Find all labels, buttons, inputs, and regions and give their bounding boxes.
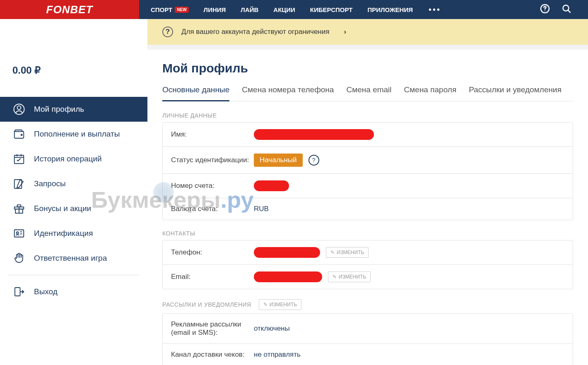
svg-line-3 xyxy=(568,10,570,12)
sidebar-item-payments[interactable]: Пополнение и выплаты xyxy=(0,122,147,146)
section-personal-label: ЛИЧНЫЕ ДАННЫЕ xyxy=(162,112,573,119)
field-receipts: Канал доставки чеков: не отправлять xyxy=(163,344,573,365)
tab-notifications[interactable]: Рассылки и уведомления xyxy=(469,85,561,101)
field-label: Статус идентификации: xyxy=(171,156,254,164)
edit-label: ИЗМЕНИТЬ xyxy=(339,274,366,280)
svg-point-5 xyxy=(17,106,21,110)
nav-sport[interactable]: СПОРТ NEW xyxy=(143,6,196,13)
svg-point-1 xyxy=(545,10,545,11)
field-label: Рекламные рассылки (email и SMS): xyxy=(171,320,254,337)
field-value: не отправлять xyxy=(254,351,301,359)
help-icon[interactable]: ? xyxy=(308,155,319,166)
chevron-right-icon: › xyxy=(344,28,346,36)
header: FONBET СПОРТ NEW ЛИНИЯ ЛАЙВ АКЦИИ КИБЕРС… xyxy=(0,0,588,19)
edit-email-button[interactable]: ✎ ИЗМЕНИТЬ xyxy=(328,271,371,282)
sidebar-item-label: Бонусы и акции xyxy=(34,204,91,213)
top-nav: СПОРТ NEW ЛИНИЯ ЛАЙВ АКЦИИ КИБЕРСПОРТ ПР… xyxy=(139,0,588,19)
field-name: Имя: xyxy=(163,122,573,147)
sidebar-item-label: Идентификация xyxy=(34,229,93,238)
tab-basic[interactable]: Основные данные xyxy=(162,85,229,101)
edit-phone-button[interactable]: ✎ ИЗМЕНИТЬ xyxy=(326,247,369,258)
badge-new: NEW xyxy=(175,7,188,13)
balance: 0.00 ₽ xyxy=(0,65,147,97)
sidebar-item-history[interactable]: История операций xyxy=(0,146,147,171)
sidebar-item-label: Пополнение и выплаты xyxy=(34,130,120,139)
field-label: Номер счета: xyxy=(171,182,254,190)
svg-point-6 xyxy=(21,134,22,135)
redacted-value xyxy=(254,271,322,282)
nav-esports[interactable]: КИБЕРСПОРТ xyxy=(303,6,360,13)
wallet-icon xyxy=(12,127,26,141)
page-title: Мой профиль xyxy=(162,61,573,75)
field-promo: Рекламные рассылки (email и SMS): отключ… xyxy=(163,314,573,344)
svg-rect-15 xyxy=(14,230,24,237)
alert-help-icon: ? xyxy=(162,26,173,37)
field-label: Валюта счета: xyxy=(171,205,254,213)
gift-icon xyxy=(12,202,26,215)
redacted-value xyxy=(254,129,374,140)
sidebar-item-bonuses[interactable]: Бонусы и акции xyxy=(0,196,147,221)
section-contacts-label: КОНТАКТЫ xyxy=(162,230,573,237)
hand-icon xyxy=(12,252,26,265)
field-phone: Телефон: ✎ ИЗМЕНИТЬ xyxy=(163,240,573,265)
redacted-value xyxy=(254,180,289,191)
sidebar-item-label: История операций xyxy=(34,154,102,163)
logo[interactable]: FONBET xyxy=(0,0,139,19)
field-label: Канал доставки чеков: xyxy=(171,351,254,359)
sidebar-item-label: Мой профиль xyxy=(34,105,84,114)
calendar-icon xyxy=(12,152,26,166)
field-email: Email: ✎ ИЗМЕНИТЬ xyxy=(163,265,573,289)
main: ? Для вашего аккаунта действуют ограниче… xyxy=(147,19,588,365)
tab-phone[interactable]: Смена номера телефона xyxy=(242,85,334,101)
sidebar-item-logout[interactable]: Выход xyxy=(0,279,147,304)
field-value: RUB xyxy=(254,205,269,213)
nav-promo[interactable]: АКЦИИ xyxy=(266,6,303,13)
field-value: отключены xyxy=(254,324,290,333)
field-label: Email: xyxy=(171,273,254,281)
alert-text: Для вашего аккаунта действуют ограничени… xyxy=(181,28,329,36)
search-icon[interactable] xyxy=(561,4,571,15)
nav-more-icon[interactable]: ••• xyxy=(420,5,449,14)
field-account: Номер счета: xyxy=(163,174,573,198)
section-notifications-label: РАССЫЛКИ И УВЕДОМЛЕНИЯ xyxy=(162,301,251,308)
edit-label: ИЗМЕНИТЬ xyxy=(270,302,297,307)
pencil-icon: ✎ xyxy=(330,250,335,255)
sidebar: 0.00 ₽ Мой профиль Пополнение и выплаты … xyxy=(0,19,147,365)
sidebar-item-responsible[interactable]: Ответственная игра xyxy=(0,246,147,271)
contacts-fields: Телефон: ✎ ИЗМЕНИТЬ Email: ✎ ИЗМЕНИТЬ xyxy=(162,240,573,289)
help-icon[interactable] xyxy=(540,4,550,15)
profile-tabs: Основные данные Смена номера телефона См… xyxy=(162,85,573,101)
sidebar-item-label: Выход xyxy=(34,287,58,296)
nav-label: СПОРТ xyxy=(151,6,172,13)
logout-icon xyxy=(12,285,26,298)
tab-password[interactable]: Смена пароля xyxy=(404,85,457,101)
sidebar-item-identification[interactable]: Идентификация xyxy=(0,221,147,246)
pencil-icon: ✎ xyxy=(263,302,267,307)
tab-email[interactable]: Смена email xyxy=(346,85,391,101)
content: Мой профиль Основные данные Смена номера… xyxy=(147,50,588,365)
redacted-value xyxy=(254,247,320,258)
field-label: Имя: xyxy=(171,130,254,139)
status-badge: Начальный xyxy=(254,154,303,167)
sidebar-item-label: Ответственная игра xyxy=(34,254,107,263)
edit-icon xyxy=(12,177,26,190)
pencil-icon: ✎ xyxy=(333,274,337,280)
nav-live[interactable]: ЛАЙВ xyxy=(233,6,266,13)
field-label: Телефон: xyxy=(171,248,254,257)
user-icon xyxy=(12,103,26,116)
sidebar-item-label: Запросы xyxy=(34,179,66,188)
notifications-fields: Рекламные рассылки (email и SMS): отключ… xyxy=(162,313,573,365)
nav-apps[interactable]: ПРИЛОЖЕНИЯ xyxy=(360,6,420,13)
nav-line[interactable]: ЛИНИЯ xyxy=(196,6,234,13)
alert-banner[interactable]: ? Для вашего аккаунта действуют ограниче… xyxy=(147,19,588,45)
id-icon xyxy=(12,227,26,240)
personal-fields: Имя: Статус идентификации: Начальный ? Н… xyxy=(162,122,573,220)
sidebar-item-requests[interactable]: Запросы xyxy=(0,171,147,196)
svg-point-16 xyxy=(17,232,19,234)
field-currency: Валюта счета: RUB xyxy=(163,198,573,220)
field-status: Статус идентификации: Начальный ? xyxy=(163,147,573,174)
sidebar-item-profile[interactable]: Мой профиль xyxy=(0,97,147,122)
svg-rect-19 xyxy=(15,288,20,296)
edit-notifications-button[interactable]: ✎ ИЗМЕНИТЬ xyxy=(259,299,301,310)
edit-label: ИЗМЕНИТЬ xyxy=(337,250,364,255)
